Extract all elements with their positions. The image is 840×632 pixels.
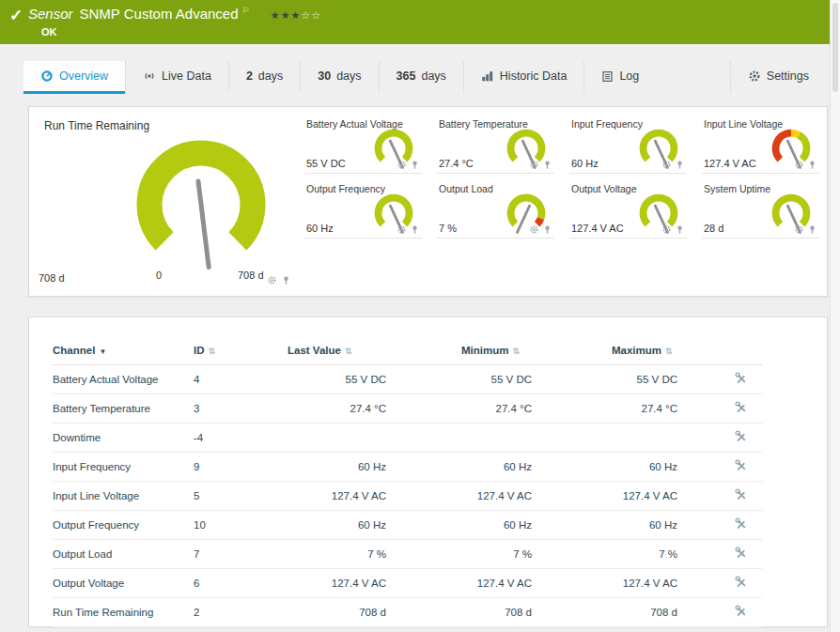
tab-label: Log (619, 69, 639, 83)
gear-icon (748, 69, 761, 83)
gauge-value: 127.4 V AC (704, 158, 756, 169)
cell-minimum: 708 d (461, 598, 612, 627)
cell-maximum: 708 d (612, 598, 720, 627)
wrench-icon[interactable] (735, 488, 748, 501)
pin-icon[interactable] (410, 224, 420, 235)
tab-overview[interactable]: Overview (23, 61, 125, 94)
tab-365-days[interactable]: 365 days (379, 61, 463, 94)
column-header-maximum[interactable]: Maximum⇅ (612, 336, 720, 365)
column-header-last-value[interactable]: Last Value⇅ (288, 336, 461, 365)
pin-icon[interactable] (807, 160, 817, 170)
cell-channel[interactable]: Output Load (53, 540, 194, 569)
star-filled-icons[interactable]: ★★★ (271, 9, 302, 21)
gauge-output-voltage[interactable]: Output Voltage 127.4 V AC (562, 177, 694, 240)
cell-last-value: 708 d (288, 598, 461, 627)
tab-settings[interactable]: Settings (730, 61, 826, 94)
gauge-battery-temperature[interactable]: Battery Temperature 27.4 °C (429, 113, 562, 176)
cell-channel[interactable]: System Uptime (53, 627, 194, 632)
table-row[interactable]: Battery Temperature 3 27.4 °C 27.4 °C 27… (53, 394, 762, 424)
wrench-icon[interactable] (735, 576, 748, 589)
cell-maximum: 28 d (612, 627, 720, 632)
table-row[interactable]: Downtime -4 (53, 424, 762, 453)
tab-label: days (258, 69, 283, 83)
cell-last-value: 55 V DC (288, 365, 461, 394)
cell-channel[interactable]: Input Frequency (53, 453, 194, 482)
pin-icon[interactable] (281, 275, 291, 285)
gauge-system-uptime[interactable]: System Uptime 28 d (694, 177, 827, 240)
cell-maximum (612, 424, 720, 453)
gear-icon[interactable] (529, 160, 539, 170)
gauge-input-frequency[interactable]: Input Frequency 60 Hz (562, 113, 694, 176)
wrench-icon[interactable] (735, 605, 748, 618)
cell-minimum: 27.4 °C (461, 394, 612, 424)
gear-icon[interactable] (397, 224, 407, 235)
main-gauge-run-time-remaining[interactable]: Run Time Remaining 708 d 0 708 d (29, 107, 297, 296)
column-header-minimum[interactable]: Minimum⇅ (461, 336, 612, 365)
gauge-output-load[interactable]: Output Load 7 % (429, 177, 562, 240)
priority-stars[interactable]: ★★★☆☆ (271, 9, 321, 21)
vertical-scrollbar[interactable] (830, 0, 840, 632)
scrollbar-thumb[interactable] (832, 3, 838, 92)
gear-icon[interactable] (267, 275, 277, 285)
cell-channel[interactable]: Downtime (53, 424, 194, 453)
overview-gauge-icon (40, 69, 54, 83)
table-row[interactable]: Output Frequency 10 60 Hz 60 Hz 60 Hz (53, 511, 762, 540)
pin-icon[interactable] (807, 224, 817, 235)
cell-channel[interactable]: Input Line Voltage (53, 482, 194, 511)
gauge-actions (661, 224, 685, 235)
gauge-battery-actual-voltage[interactable]: Battery Actual Voltage 55 V DC (297, 113, 429, 176)
table-row[interactable]: System Uptime 8 28 d 28 d 28 d (53, 627, 762, 632)
table-row[interactable]: Output Voltage 6 127.4 V AC 127.4 V AC 1… (53, 569, 762, 598)
table-row[interactable]: Battery Actual Voltage 4 55 V DC 55 V DC… (53, 365, 762, 394)
gear-icon[interactable] (397, 160, 407, 170)
pin-icon[interactable] (542, 160, 552, 170)
table-row[interactable]: Input Line Voltage 5 127.4 V AC 127.4 V … (53, 482, 762, 511)
pin-icon[interactable] (410, 160, 420, 170)
sort-icon: ⇅ (209, 347, 216, 356)
tab-historic-data[interactable]: Historic Data (463, 61, 584, 94)
star-empty-icons[interactable]: ☆☆ (301, 9, 321, 21)
tab-30-days[interactable]: 30 days (300, 61, 378, 94)
gear-icon[interactable] (661, 160, 672, 170)
gauge-current-value: 708 d (39, 272, 65, 284)
pin-icon[interactable] (675, 160, 685, 170)
cell-channel[interactable]: Run Time Remaining (53, 598, 194, 627)
wrench-icon[interactable] (735, 430, 748, 443)
gear-icon[interactable] (661, 224, 672, 235)
table-row[interactable]: Output Load 7 7 % 7 % 7 % (53, 540, 762, 569)
wrench-icon[interactable] (735, 372, 748, 385)
cell-channel[interactable]: Output Voltage (53, 569, 194, 598)
table-row[interactable]: Run Time Remaining 2 708 d 708 d 708 d (53, 598, 762, 627)
gear-icon[interactable] (794, 224, 804, 235)
gauge-output-frequency[interactable]: Output Frequency 60 Hz (297, 177, 429, 240)
column-header-channel[interactable]: Channel▼ (53, 336, 194, 365)
flag-icon[interactable]: ⚐ (242, 6, 250, 15)
sensor-header: ✓ SensorSNMP Custom Advanced⚐ ★★★☆☆ OK (0, 0, 830, 44)
tab-bar: Overview Live Data 2 days 30 days 365 da… (23, 61, 826, 94)
wrench-icon[interactable] (735, 401, 748, 414)
gauge-input-line-voltage[interactable]: Input Line Voltage 127.4 V AC (694, 113, 827, 176)
cell-channel[interactable]: Battery Temperature (53, 394, 194, 424)
divider (437, 238, 554, 239)
cell-maximum: 55 V DC (612, 365, 720, 394)
pin-icon[interactable] (542, 224, 552, 235)
tab-2-days[interactable]: 2 days (228, 61, 300, 94)
cell-channel[interactable]: Output Frequency (53, 511, 194, 540)
wrench-icon[interactable] (735, 517, 748, 531)
sensor-title: SNMP Custom Advanced (80, 6, 239, 22)
column-header-id[interactable]: ID⇅ (194, 336, 288, 365)
channel-table-panel: Channel▼ ID⇅ Last Value⇅ Minimum⇅ Maximu… (28, 316, 828, 627)
tab-label: days (336, 69, 361, 83)
cell-channel[interactable]: Battery Actual Voltage (53, 365, 194, 394)
cell-minimum (461, 424, 612, 453)
tab-live-data[interactable]: Live Data (125, 61, 228, 94)
table-row[interactable]: Input Frequency 9 60 Hz 60 Hz 60 Hz (53, 453, 762, 482)
cell-id: 5 (194, 482, 288, 511)
gear-icon[interactable] (794, 160, 804, 170)
gauge-title: System Uptime (704, 183, 770, 194)
wrench-icon[interactable] (735, 547, 748, 560)
tab-log[interactable]: Log (583, 61, 656, 94)
wrench-icon[interactable] (735, 459, 748, 472)
pin-icon[interactable] (675, 224, 685, 235)
gear-icon[interactable] (529, 224, 539, 235)
